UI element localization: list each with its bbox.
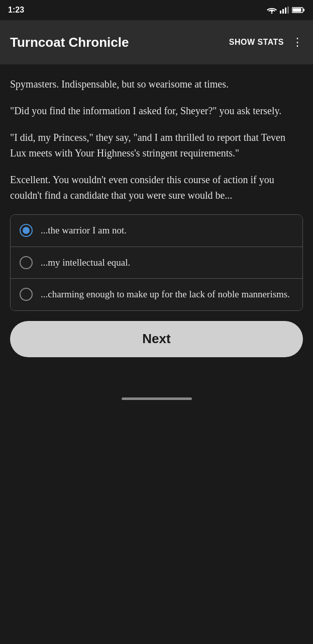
choices-container: ...the warrior I am not. ...my intellect… — [10, 214, 303, 311]
app-bar: Turncoat Chronicle SHOW STATS ⋮ — [0, 20, 313, 64]
choice-item-3[interactable]: ...charming enough to make up for the la… — [11, 279, 302, 310]
more-options-button[interactable]: ⋮ — [292, 37, 303, 48]
status-time: 1:23 — [8, 6, 24, 15]
status-icons — [267, 7, 305, 14]
radio-button-1[interactable] — [20, 224, 33, 237]
radio-button-3[interactable] — [20, 288, 33, 301]
wifi-icon — [267, 7, 277, 14]
show-stats-button[interactable]: SHOW STATS — [229, 38, 284, 47]
status-bar: 1:23 — [0, 0, 313, 20]
next-button[interactable]: Next — [10, 321, 303, 357]
signal-icon — [280, 7, 289, 14]
svg-rect-3 — [285, 8, 286, 14]
choice-text-1: ...the warrior I am not. — [41, 224, 127, 237]
choice-text-2: ...my intellectual equal. — [41, 256, 130, 270]
home-indicator — [0, 387, 313, 406]
app-bar-actions: SHOW STATS ⋮ — [229, 37, 303, 48]
home-bar — [122, 397, 192, 400]
battery-icon — [292, 7, 305, 14]
svg-point-0 — [271, 13, 273, 14]
main-content: Spymasters. Indispensable, but so wearis… — [0, 64, 313, 367]
story-paragraph-3: "I did, my Princess," they say, "and I a… — [10, 130, 303, 161]
svg-rect-4 — [287, 7, 289, 14]
choice-item-2[interactable]: ...my intellectual equal. — [11, 247, 302, 279]
story-paragraph-1: Spymasters. Indispensable, but so wearis… — [10, 76, 303, 92]
svg-rect-2 — [282, 9, 284, 14]
story-paragraph-4: Excellent. You wouldn't even consider th… — [10, 172, 303, 203]
choice-text-3: ...charming enough to make up for the la… — [41, 288, 290, 301]
radio-inner-1 — [23, 227, 30, 234]
app-title: Turncoat Chronicle — [10, 35, 129, 50]
story-paragraph-2: "Did you find the information I asked fo… — [10, 103, 303, 119]
choice-item-1[interactable]: ...the warrior I am not. — [11, 215, 302, 247]
svg-rect-6 — [303, 9, 305, 12]
svg-rect-1 — [280, 11, 281, 14]
radio-button-2[interactable] — [20, 256, 33, 269]
svg-rect-7 — [293, 9, 301, 12]
